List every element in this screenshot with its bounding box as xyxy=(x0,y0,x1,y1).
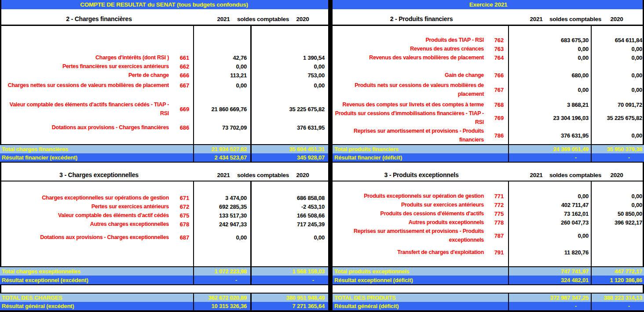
value-2021: 24 369 051,49 xyxy=(508,146,591,152)
value-2020: 717 245,39 xyxy=(251,221,328,228)
account-code: 772 xyxy=(490,202,508,208)
table-row: Revenus des valeurs mobilières de placem… xyxy=(333,53,644,62)
account-code: 687 xyxy=(175,234,194,241)
account-code: 672 xyxy=(175,203,194,210)
total-row-label: Total produits financiers xyxy=(333,146,508,152)
resultat-financier-excedent-row: Résultat financier (excédent) 2 434 523,… xyxy=(0,153,328,163)
value-2021: 42,76 xyxy=(194,54,251,61)
table-row: Produits sur cessions d'immobilisations … xyxy=(333,109,644,127)
resultat-general-deficit-row: Résultat général (déficit) - - xyxy=(333,302,644,310)
exercise-label: Exercice 2021 xyxy=(469,1,508,8)
value-2021: 680,00 xyxy=(508,72,591,79)
value-2021: 0,00 xyxy=(508,193,591,200)
value-2021: - xyxy=(508,303,591,309)
row-label: Produits nets sur cessions de valeurs mo… xyxy=(333,81,490,98)
table-row: Produits sur exercices antérieurs772402 … xyxy=(333,200,644,209)
account-code: 786 xyxy=(490,132,508,139)
value-2021: 683 675,30 xyxy=(508,37,591,44)
table-row: Produits nets sur cessions de valeurs mo… xyxy=(333,81,644,98)
value-2020: 0,00 xyxy=(591,72,644,79)
account-code: 766 xyxy=(490,72,508,79)
value-2020: 0,00 xyxy=(591,87,644,93)
account-code: 671 xyxy=(175,195,194,201)
value-2021: 0,00 xyxy=(508,54,591,61)
section-title: 3 - Produits exceptionnels xyxy=(384,171,458,178)
value-2020: 654 611,84 xyxy=(591,37,644,44)
value-2020: 7 271 365,64 xyxy=(251,303,328,309)
table-row: Perte de change666113,21753,00 xyxy=(0,71,328,80)
produits-financiers-body: Produits des TIAP - RSI762683 675,30654 … xyxy=(333,26,644,145)
value-2021: 376 631,95 xyxy=(508,132,591,139)
value-2021: 10 315 326,36 xyxy=(194,303,251,309)
account-code: 762 xyxy=(490,37,508,44)
value-2020: 686 858,08 xyxy=(251,195,328,201)
title-bar-left: COMPTE DE RESULTAT du SENAT (tous budget… xyxy=(0,0,328,9)
result-row-label: Résultat financier (excédent) xyxy=(0,154,194,161)
total-produits-financiers-row: Total produits financiers 24 369 051,49 … xyxy=(333,145,644,153)
value-2021: 2 434 523,67 xyxy=(194,154,251,161)
value-2021: 3 868,21 xyxy=(508,102,591,108)
row-label: Perte de change xyxy=(0,71,175,80)
value-2021: 402 711,47 xyxy=(508,202,591,208)
table-row: Revenus des comptes sur livrets et des c… xyxy=(333,100,644,109)
row-label: Autres charges exceptionnelles xyxy=(0,220,175,229)
value-2021: 133 517,30 xyxy=(194,212,251,219)
value-2020: 166 508,66 xyxy=(251,212,328,219)
column-header-2021: 2021 xyxy=(530,172,542,178)
resultat-exceptionnel-deficit-row: Résultat exceptionnel (déficit) 324 482,… xyxy=(333,276,644,285)
value-2020: 50 850,00 xyxy=(591,210,644,217)
row-label: Pertes sur exercices antérieurs xyxy=(0,202,175,211)
total-des-produits-row: TOTAL DES PRODUITS 372 987 347,25 388 22… xyxy=(333,293,644,302)
value-2021: 260 047,73 xyxy=(508,219,591,226)
account-code: 763 xyxy=(490,46,508,52)
account-code: 769 xyxy=(490,115,508,121)
income-statement-sheet: COMPTE DE RESULTAT du SENAT (tous budget… xyxy=(0,0,644,312)
charges-column: COMPTE DE RESULTAT du SENAT (tous budget… xyxy=(0,0,328,312)
page-title: COMPTE DE RESULTAT du SENAT (tous budget… xyxy=(80,1,248,8)
value-2021: 0,00 xyxy=(194,234,251,241)
account-code: 675 xyxy=(175,212,194,219)
value-2021: 692 285,35 xyxy=(194,203,251,210)
row-label: Dotations aux provisions - Charges finan… xyxy=(0,123,175,132)
row-label: Charges d'intérêts (dont RSI ) xyxy=(0,53,175,62)
row-label: Dotations aux provisions - Charges excep… xyxy=(0,233,175,242)
column-header-2020: 2020 xyxy=(610,172,623,178)
row-label: Revenus des valeurs mobilières de placem… xyxy=(333,53,490,62)
value-2021: 3 474,00 xyxy=(194,195,251,201)
total-row-label: Total charges financières xyxy=(0,146,194,152)
row-label: Transfert de charges d'exploitation xyxy=(333,248,490,257)
row-label: Valeur comptable des éléments d'actifs f… xyxy=(0,100,175,118)
charges-exceptionnelles-body: Charges exceptionnelles sur opérations d… xyxy=(0,181,328,267)
row-label: Pertes financières sur exercices antérie… xyxy=(0,62,175,71)
table-row: Autres produits exceptionnels778260 047,… xyxy=(333,218,644,227)
table-row: Pertes sur exercices antérieurs672692 28… xyxy=(0,202,328,211)
resultat-general-excedent-row: Résultat général (excédent) 10 315 326,3… xyxy=(0,302,328,310)
title-bar-right: Exercice 2021 xyxy=(333,0,644,9)
row-label: Revenus des comptes sur livrets et des c… xyxy=(333,100,490,109)
value-2020: 0,00 xyxy=(251,82,328,89)
section-title: 2 - Charges financières xyxy=(66,15,132,22)
value-2020: 35 225 675,82 xyxy=(251,106,328,112)
table-row: Reprises sur amortissement et provisions… xyxy=(333,127,644,144)
outer-border-bottom xyxy=(0,310,644,312)
account-code: 662 xyxy=(175,63,194,70)
table-row: Produits des TIAP - RSI762683 675,30654 … xyxy=(333,36,644,44)
account-code: 764 xyxy=(490,54,508,61)
value-2020: 1 120 386,86 xyxy=(591,277,644,283)
value-2021: 73 162,01 xyxy=(508,210,591,217)
table-row: Dotations aux provisions - Charges finan… xyxy=(0,123,328,132)
row-label: Charges exceptionnelles sur opérations d… xyxy=(0,193,175,202)
table-row: Transfert de charges d'exploitation79111… xyxy=(333,248,644,257)
table-row: Produits exceptionnels sur opération de … xyxy=(333,192,644,200)
account-code: 678 xyxy=(175,221,194,228)
row-label: Valeur comptable des éléments d'actif cé… xyxy=(0,211,175,220)
value-2021: 23 304 196,03 xyxy=(508,115,591,121)
produits-financiers-header: 2 - Produits financiers 2021 soldes comp… xyxy=(333,9,644,26)
table-row: Valeur comptable des éléments d'actifs f… xyxy=(0,100,328,118)
value-2020: 396 922,17 xyxy=(591,219,644,226)
value-2020: 35 950 379,38 xyxy=(591,146,644,152)
column-header-soldes: soldes comptables xyxy=(549,172,601,178)
value-2020: 1 568 159,03 xyxy=(251,268,328,275)
column-header-2021: 2021 xyxy=(530,16,542,22)
value-2021: 1 072 223,98 xyxy=(194,268,251,275)
